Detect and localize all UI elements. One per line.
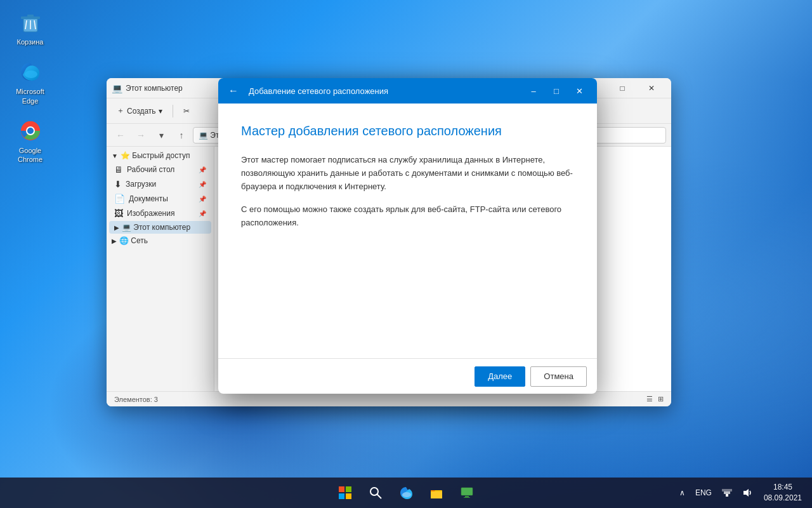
wizard-heading: Мастер добавления сетевого расположения — [241, 124, 574, 138]
svg-rect-21 — [464, 497, 470, 498]
downloads-icon: ⬇ — [114, 179, 122, 189]
images-icon: 🖼 — [114, 208, 123, 218]
wizard-titlebar-controls: – □ ✕ — [523, 81, 589, 101]
svg-point-16 — [402, 492, 411, 497]
svg-line-15 — [377, 495, 382, 499]
recycle-bin-image — [18, 10, 43, 35]
this-computer-header[interactable]: ▶ 💻 Этот компьютер — [109, 221, 211, 234]
wizard-next-button[interactable]: Далее — [475, 366, 525, 387]
nav-dropdown-button[interactable]: ▾ — [152, 126, 170, 144]
desktop: Корзина — [0, 0, 812, 508]
address-icon: 💻 — [199, 131, 208, 140]
svg-rect-23 — [724, 491, 730, 494]
svg-rect-18 — [431, 491, 442, 498]
svg-rect-22 — [726, 494, 728, 497]
taskbar-explorer-button[interactable] — [422, 479, 450, 507]
quick-access-chevron: ▼ — [112, 152, 118, 159]
svg-rect-24 — [722, 489, 732, 491]
chrome-image — [18, 118, 43, 144]
taskbar-edge-button[interactable] — [392, 479, 420, 507]
close-button[interactable]: ✕ — [637, 78, 666, 98]
taskbar-clock[interactable]: 18:45 08.09.2021 — [759, 479, 807, 506]
back-button[interactable]: ← — [112, 126, 129, 144]
grid-view-icon[interactable]: ⊞ — [658, 395, 664, 403]
sidebar-images[interactable]: 🖼 Изображения 📌 — [109, 206, 211, 220]
start-button[interactable] — [331, 479, 359, 507]
wizard-content: Мастер добавления сетевого расположения … — [218, 104, 597, 358]
tray-sound[interactable] — [738, 485, 756, 500]
taskbar-app4-button[interactable] — [453, 479, 481, 507]
search-button[interactable] — [362, 479, 390, 507]
sidebar-documents[interactable]: 📄 Документы 📌 — [109, 192, 211, 206]
network-icon: 🌐 — [119, 236, 129, 245]
svg-rect-10 — [339, 486, 344, 492]
toolbar-separator — [173, 105, 173, 117]
edge-label: MicrosoftEdge — [16, 87, 44, 105]
tray-lang[interactable]: ENG — [691, 486, 716, 500]
up-button[interactable]: ↑ — [173, 126, 190, 144]
clock-date: 08.09.2021 — [764, 493, 802, 504]
svg-rect-12 — [339, 493, 344, 499]
explorer-title-icon: 💻 — [112, 83, 122, 93]
sidebar-downloads[interactable]: ⬇ Загрузки 📌 — [109, 177, 211, 191]
maximize-button[interactable]: □ — [608, 78, 637, 98]
wizard-titlebar: ← Добавление сетевого расположения – □ ✕ — [218, 78, 597, 104]
clock-time: 18:45 — [773, 482, 792, 493]
item-count: Элементов: 3 — [114, 396, 158, 403]
wizard-paragraph-1: Этот мастер помогает подписаться на служ… — [241, 154, 574, 193]
svg-marker-25 — [743, 489, 749, 497]
taskbar-tray: ∧ ENG 18:45 08.09.2021 — [676, 479, 812, 506]
taskbar-center — [331, 479, 481, 507]
svg-point-14 — [370, 488, 378, 495]
recycle-bin-label: Корзина — [17, 37, 44, 46]
wizard-back-button[interactable]: ← — [226, 83, 241, 98]
network-header[interactable]: ▶ 🌐 Сеть — [107, 234, 214, 247]
svg-rect-19 — [461, 488, 473, 495]
svg-point-9 — [27, 128, 34, 134]
recycle-bin-icon[interactable]: Корзина — [6, 6, 54, 50]
edge-image — [18, 59, 43, 84]
quick-access-star: ⭐ — [121, 151, 130, 160]
svg-rect-11 — [346, 486, 351, 492]
wizard-minimize-button[interactable]: – — [523, 81, 544, 101]
svg-rect-20 — [465, 496, 469, 497]
this-computer-chevron: ▶ — [114, 224, 119, 231]
this-computer-icon: 💻 — [122, 223, 131, 232]
sidebar-desktop[interactable]: 🖥 Рабочий стол 📌 — [109, 163, 211, 177]
wizard-close-button[interactable]: ✕ — [569, 81, 589, 101]
forward-button[interactable]: → — [132, 126, 150, 144]
pin-icon-2: 📌 — [199, 181, 206, 188]
tray-chevron[interactable]: ∧ — [676, 486, 689, 500]
chrome-label: Google Chrome — [10, 146, 51, 164]
wizard-maximize-button[interactable]: □ — [546, 81, 566, 101]
pin-icon: 📌 — [199, 166, 206, 173]
documents-icon: 📄 — [114, 194, 125, 204]
desktop-icons-container: Корзина — [6, 6, 54, 167]
pin-icon-3: 📌 — [199, 196, 206, 203]
quick-access-header[interactable]: ▼ ⭐ Быстрый доступ — [107, 149, 214, 162]
tray-network[interactable] — [718, 485, 736, 500]
create-button[interactable]: ＋ Создать ▾ — [112, 103, 167, 119]
create-icon: ＋ — [117, 105, 124, 116]
svg-rect-2 — [27, 15, 34, 17]
explorer-sidebar: ▼ ⭐ Быстрый доступ 🖥 Рабочий стол 📌 ⬇ За… — [107, 147, 214, 391]
taskbar: ∧ ENG 18:45 08.09.2021 — [0, 478, 812, 508]
wizard-paragraph-2: С его помощью можно также создать ярлык … — [241, 203, 574, 230]
wizard-footer: Далее Отмена — [218, 358, 597, 394]
wizard-cancel-button[interactable]: Отмена — [530, 366, 587, 387]
svg-rect-13 — [346, 493, 351, 499]
wizard-title-text: Добавление сетевого расположения — [249, 86, 523, 96]
network-chevron: ▶ — [112, 237, 117, 244]
cut-button[interactable]: ✂ — [178, 104, 195, 118]
pin-icon-4: 📌 — [199, 210, 206, 217]
list-view-icon[interactable]: ☰ — [646, 395, 653, 403]
wizard-dialog: ← Добавление сетевого расположения – □ ✕… — [218, 78, 597, 394]
microsoft-edge-icon[interactable]: MicrosoftEdge — [6, 56, 54, 109]
google-chrome-icon[interactable]: Google Chrome — [6, 115, 54, 168]
svg-point-6 — [25, 70, 37, 78]
create-dropdown-icon: ▾ — [159, 107, 162, 116]
desktop-folder-icon: 🖥 — [114, 164, 123, 175]
